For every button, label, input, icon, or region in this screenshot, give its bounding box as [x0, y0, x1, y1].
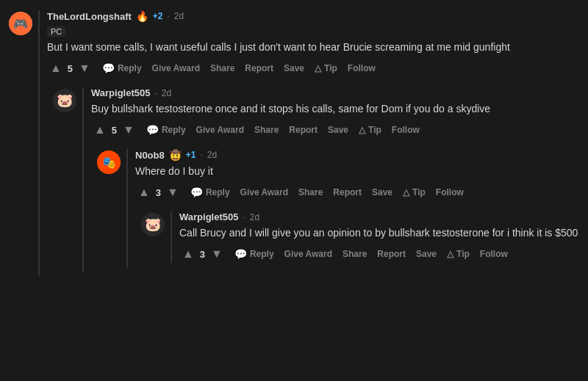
tip-btn-1[interactable]: △ Tip: [310, 60, 342, 76]
upvote-btn-3[interactable]: ▲: [135, 185, 153, 200]
award-icon-1: 🔥: [136, 10, 148, 22]
share-label-3: Share: [298, 187, 323, 197]
share-btn-3[interactable]: Share: [294, 184, 327, 200]
dot-3: ·: [200, 150, 202, 160]
comment-thread: 🎮 TheLordLongshaft 🔥 +2 · 2d PC But I wa…: [0, 0, 588, 286]
share-btn-4[interactable]: Share: [338, 246, 371, 262]
save-label-2: Save: [328, 125, 348, 135]
timeago-2: 2d: [162, 88, 171, 98]
upvote-btn-4[interactable]: ▲: [179, 247, 197, 261]
upvote-btn-1[interactable]: ▲: [47, 61, 65, 76]
tip-icon-4: △: [447, 249, 453, 259]
action-bar-2: ▲ 5 ▼ 💬 Reply Give Award Share: [91, 121, 579, 139]
downvote-btn-2[interactable]: ▼: [120, 123, 137, 137]
timeago-3: 2d: [207, 150, 217, 160]
follow-btn-2[interactable]: Follow: [387, 122, 424, 138]
action-bar-3: ▲ 3 ▼ 💬 Reply Give Award: [135, 184, 579, 201]
downvote-btn-3[interactable]: ▼: [164, 185, 182, 200]
follow-label-4: Follow: [480, 249, 508, 259]
save-label-3: Save: [372, 187, 392, 197]
reply-btn-2[interactable]: 💬 Reply: [142, 121, 190, 139]
save-btn-1[interactable]: Save: [279, 60, 309, 76]
report-btn-4[interactable]: Report: [373, 246, 410, 262]
reply-btn-4[interactable]: 💬 Reply: [230, 245, 279, 263]
reply-label-2: Reply: [162, 125, 186, 135]
share-label-2: Share: [254, 125, 279, 135]
username-2[interactable]: Warpiglet505: [91, 87, 150, 98]
follow-btn-4[interactable]: Follow: [476, 246, 512, 262]
give-award-btn-2[interactable]: Give Award: [192, 122, 248, 138]
avatar-warpiglet-2: 🐷: [141, 213, 165, 236]
downvote-btn-1[interactable]: ▼: [76, 61, 93, 76]
vote-section-2: ▲ 5 ▼: [91, 123, 137, 137]
report-btn-3[interactable]: Report: [329, 184, 366, 200]
avatar-n0ob8: 🎭: [97, 150, 121, 174]
share-btn-2[interactable]: Share: [250, 122, 283, 138]
save-btn-3[interactable]: Save: [368, 184, 397, 200]
save-label-1: Save: [284, 63, 304, 73]
avatar-image-warpiglet: 🐷: [53, 89, 76, 112]
comment-content-4: Warpiglet505 · 2d Call Brucy and I will …: [171, 211, 579, 263]
karma-1: +2: [153, 11, 163, 21]
vote-count-1: 5: [68, 63, 73, 74]
tip-btn-3[interactable]: △ Tip: [398, 184, 430, 200]
save-label-4: Save: [416, 249, 437, 259]
save-btn-2[interactable]: Save: [323, 122, 353, 138]
award-icon-3: 🤠: [169, 149, 182, 161]
share-label-4: Share: [343, 249, 367, 259]
vote-section-3: ▲ 3 ▼: [135, 185, 182, 200]
follow-btn-1[interactable]: Follow: [343, 60, 380, 76]
comment-header-3: N0ob8 🤠 +1 · 2d: [135, 149, 579, 161]
give-award-btn-1[interactable]: Give Award: [148, 60, 204, 76]
karma-3: +1: [186, 150, 196, 160]
action-bar-1: ▲ 5 ▼ 💬 Reply Give Award Share Report: [47, 59, 579, 77]
give-award-btn-3[interactable]: Give Award: [236, 184, 293, 200]
reply-btn-1[interactable]: 💬 Reply: [98, 59, 146, 77]
tip-label-2: Tip: [368, 125, 381, 135]
comment-header-4: Warpiglet505 · 2d: [179, 211, 579, 222]
comment-body-1: But I want some calls, I want useful cal…: [47, 40, 579, 55]
follow-label-1: Follow: [348, 63, 376, 73]
report-label-2: Report: [289, 125, 318, 135]
comment-2: 🐷 Warpiglet505 · 2d Buy bullshark testos…: [53, 83, 579, 276]
comment-content-2: Warpiglet505 · 2d Buy bullshark testoste…: [82, 87, 579, 272]
comment-body-2: Buy bullshark testosterone once and it s…: [91, 101, 579, 117]
comment-3: 🎭 N0ob8 🤠 +1 · 2d Where do I buy: [97, 145, 579, 272]
give-award-label-3: Give Award: [240, 187, 288, 197]
share-label-1: Share: [210, 63, 234, 73]
upvote-btn-2[interactable]: ▲: [91, 123, 109, 137]
avatar-thelord: 🎮: [9, 12, 32, 35]
vote-count-4: 3: [200, 249, 205, 260]
tip-icon-2: △: [359, 125, 365, 135]
report-btn-2[interactable]: Report: [284, 122, 322, 138]
tip-btn-2[interactable]: △ Tip: [354, 122, 386, 138]
follow-btn-3[interactable]: Follow: [431, 184, 468, 200]
downvote-btn-4[interactable]: ▼: [208, 247, 226, 261]
username-1[interactable]: TheLordLongshaft: [47, 11, 132, 22]
report-btn-1[interactable]: Report: [240, 60, 278, 76]
follow-label-3: Follow: [436, 187, 464, 197]
report-label-3: Report: [333, 187, 362, 197]
reply-label-1: Reply: [118, 63, 142, 73]
avatar-image-warpiglet-2: 🐷: [141, 213, 165, 236]
dot-2: ·: [154, 88, 157, 98]
reply-icon-4: 💬: [234, 248, 247, 260]
avatar-warpiglet: 🐷: [53, 89, 76, 112]
report-label-4: Report: [377, 249, 406, 259]
comment-header-1: TheLordLongshaft 🔥 +2 · 2d: [47, 10, 579, 22]
reply-icon-1: 💬: [102, 62, 115, 74]
username-3[interactable]: N0ob8: [135, 150, 165, 161]
vote-section-1: ▲ 5 ▼: [47, 61, 93, 76]
comment-body-4: Call Brucy and I will give you an opinio…: [179, 225, 579, 241]
tip-btn-4[interactable]: △ Tip: [442, 246, 474, 262]
give-award-btn-4[interactable]: Give Award: [280, 246, 337, 262]
vote-count-3: 3: [156, 187, 161, 198]
save-btn-4[interactable]: Save: [412, 246, 441, 262]
reply-btn-3[interactable]: 💬 Reply: [186, 184, 234, 201]
comment-content-1: TheLordLongshaft 🔥 +2 · 2d PC But I want…: [38, 10, 579, 276]
avatar-image-thelord: 🎮: [9, 12, 32, 35]
username-4[interactable]: Warpiglet505: [179, 211, 238, 222]
comment-4: 🐷 Warpiglet505 · 2d Call Brucy: [141, 207, 579, 267]
share-btn-1[interactable]: Share: [206, 60, 239, 76]
svg-text:🐷: 🐷: [145, 217, 162, 233]
